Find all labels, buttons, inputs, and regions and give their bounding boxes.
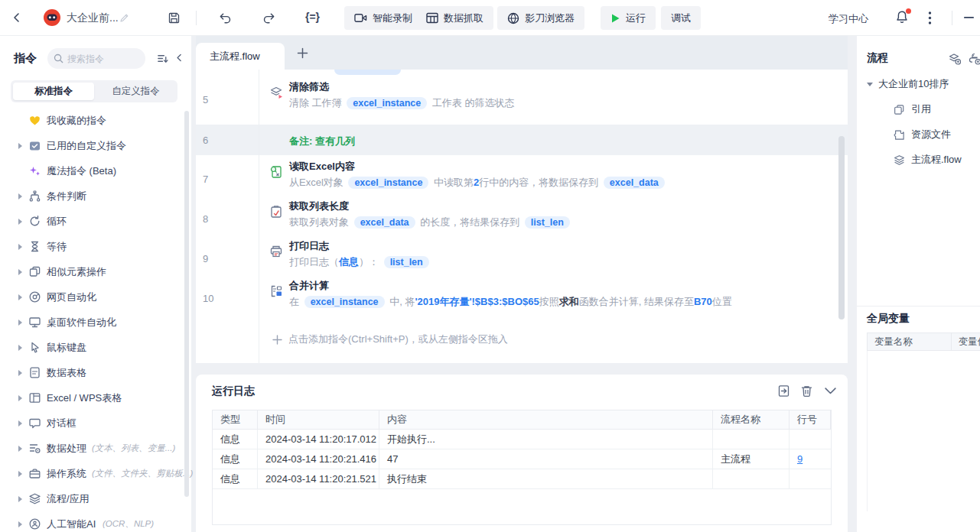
collapse-sidebar-button[interactable] <box>174 53 184 63</box>
sidebar-item-condition[interactable]: 条件判断 <box>0 183 184 209</box>
expand-arrow-icon[interactable] <box>18 269 22 275</box>
expand-arrow-icon[interactable] <box>18 219 22 225</box>
search-box[interactable] <box>47 48 145 69</box>
tab-custom-instructions[interactable]: 自定义指令 <box>96 83 175 100</box>
sidebar-item-favorites[interactable]: 我收藏的指令 <box>0 108 184 133</box>
sidebar-item-flow-app[interactable]: 流程/应用 <box>0 486 184 511</box>
sidebar-item-desktop-automation[interactable]: 桌面软件自动化 <box>0 310 184 335</box>
expand-arrow-icon[interactable] <box>18 521 22 527</box>
save-button[interactable] <box>168 11 181 24</box>
sidebar-item-loop[interactable]: 循环 <box>0 209 184 234</box>
learn-center-link[interactable]: 学习中心 <box>829 12 868 26</box>
step-description[interactable]: 在 excel_instance 中, 将'2019年存量'!$B$3:$BO$… <box>289 295 732 309</box>
variables-button[interactable]: {=} <box>305 11 320 23</box>
col-content: 内容 <box>379 410 713 429</box>
line-number: 9 <box>203 253 208 264</box>
sidebar-item-ai[interactable]: 人工智能AI (OCR、NLP) <box>0 511 184 532</box>
notifications-button[interactable] <box>895 10 909 24</box>
col-var-value: 变量值 <box>952 333 980 350</box>
rename-button[interactable] <box>119 12 130 24</box>
expand-arrow-icon[interactable] <box>18 345 22 351</box>
sidebar-item-excel[interactable]: Excel / WPS表格 <box>0 385 184 410</box>
add-flow-icon <box>949 53 961 65</box>
braces-icon: {=} <box>305 11 320 23</box>
sidebar-item-wait[interactable]: 等待 <box>0 234 184 259</box>
sort-button[interactable] <box>156 52 169 65</box>
add-instruction-row[interactable]: 点击添加指令(Ctrl+Shift+P)，或从左侧指令区拖入 <box>272 332 508 346</box>
log-row: 信息 2024-03-14 11:20:21.416 47 主流程 9 <box>213 449 831 469</box>
tree-item-resources[interactable]: 资源文件 <box>894 128 951 141</box>
expand-arrow-icon[interactable] <box>18 143 22 149</box>
step-description[interactable]: 清除 工作簿 excel_instance 工作表 的筛选状态 <box>289 96 514 110</box>
log-flow <box>713 469 790 488</box>
step-title[interactable]: 获取列表长度 <box>289 200 349 213</box>
sidebar-item-web-automation[interactable]: 网页自动化 <box>0 284 184 310</box>
step-title[interactable]: 读取Excel内容 <box>289 160 355 174</box>
tree-item-references[interactable]: 引用 <box>894 102 931 116</box>
chevron-down-icon <box>824 387 837 395</box>
sidebar-item-data-table[interactable]: 数据表格 <box>0 360 184 385</box>
tab-main-flow[interactable]: 主流程.flow <box>196 43 285 70</box>
step-title[interactable]: 合并计算 <box>289 279 329 293</box>
instructions-sidebar: 指令 标准指令 自定义指令 我收藏的指令 已用的自定义指令 <box>0 36 191 532</box>
expand-arrow-icon[interactable] <box>18 471 22 477</box>
undo-button[interactable] <box>218 11 233 25</box>
sidebar-item-used-custom[interactable]: 已用的自定义指令 <box>0 133 184 158</box>
log-type: 信息 <box>213 430 258 449</box>
line-number: 8 <box>203 213 208 225</box>
back-button[interactable] <box>11 11 23 24</box>
tab-standard-instructions[interactable]: 标准指令 <box>13 83 94 100</box>
step-title[interactable]: 打印日志 <box>289 239 329 253</box>
step-title[interactable]: 清除筛选 <box>289 80 329 94</box>
expand-arrow-icon[interactable] <box>18 320 22 326</box>
sidebar-item-similar-elements[interactable]: 相似元素操作 <box>0 259 184 284</box>
more-menu-button[interactable] <box>928 11 932 25</box>
tree-item-main-flow[interactable]: 主流程.flow <box>894 153 962 167</box>
comment-step[interactable]: 备注: 查有几列 <box>289 135 355 148</box>
add-tab-button[interactable] <box>295 46 309 60</box>
tree-root-project[interactable]: 大企业前10排序 <box>867 77 949 91</box>
run-button[interactable]: 运行 <box>601 6 656 30</box>
clear-log-button[interactable] <box>800 384 813 397</box>
list-length-icon <box>269 205 283 219</box>
line-number-link[interactable]: 9 <box>797 453 803 465</box>
debug-button[interactable]: 调试 <box>661 6 701 30</box>
search-input[interactable] <box>67 54 133 64</box>
expand-arrow-icon[interactable] <box>18 446 22 452</box>
collapse-log-button[interactable] <box>824 387 837 400</box>
pencil-icon <box>119 12 130 24</box>
smart-record-button[interactable]: 智能录制 <box>344 6 422 30</box>
step-description[interactable]: 从Excel对象 excel_instance 中读取第2行中的内容，将数据保存… <box>289 176 667 190</box>
expand-arrow-icon[interactable] <box>18 370 22 376</box>
expand-arrow-icon[interactable] <box>18 420 22 427</box>
flow-tree-panel: 流程 大企业前10排序 引用 资源文件 主流程.flow 全局变量 变量名称 <box>857 36 980 532</box>
search-icon <box>54 54 63 63</box>
col-type: 类型 <box>213 410 258 429</box>
expand-arrow-icon[interactable] <box>18 294 22 300</box>
export-log-button[interactable] <box>777 384 790 397</box>
expand-arrow-icon[interactable] <box>18 193 22 200</box>
minimize-button[interactable] <box>964 17 974 19</box>
yingdao-browser-button[interactable]: 影刀浏览器 <box>497 6 584 30</box>
sidebar-item-os[interactable]: 操作系统 (文件、文件夹、剪贴板...) <box>0 461 184 486</box>
canvas-scrollbar[interactable] <box>838 136 845 320</box>
print-log-icon <box>269 245 283 258</box>
sidebar-item-data-processing[interactable]: 数据处理 (文本、列表、变量...) <box>0 436 184 461</box>
sidebar-item-magic[interactable]: 魔法指令 (Beta) <box>0 158 184 183</box>
step-description[interactable]: 获取列表对象 excel_data 的长度，将结果保存到 list_len <box>289 216 572 229</box>
plus-icon <box>297 47 308 59</box>
item-note: (文件、文件夹、剪贴板...) <box>92 468 193 479</box>
sidebar-scrollbar[interactable] <box>184 111 189 497</box>
step-description[interactable]: 打印日志（信息）： list_len <box>289 255 431 269</box>
sidebar-item-mouse-keyboard[interactable]: 鼠标键盘 <box>0 335 184 360</box>
expand-arrow-icon[interactable] <box>18 244 22 250</box>
sidebar-item-dialog[interactable]: 对话框 <box>0 410 184 436</box>
data-scrape-button[interactable]: 数据抓取 <box>416 6 493 30</box>
expand-arrow-icon[interactable] <box>18 395 22 401</box>
redo-button[interactable] <box>262 11 276 25</box>
collapse-arrow-icon[interactable] <box>867 83 873 86</box>
add-python-button[interactable] <box>969 53 980 65</box>
expand-arrow-icon[interactable] <box>18 496 22 502</box>
add-flow-button[interactable] <box>949 53 961 65</box>
col-line-number: 行号 <box>790 410 831 429</box>
